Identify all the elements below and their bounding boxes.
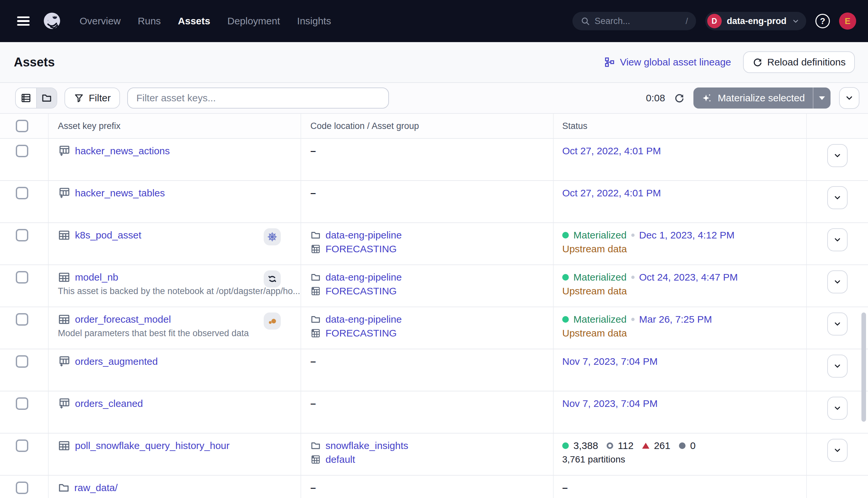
vertical-scrollbar-thumb[interactable]: [862, 313, 866, 422]
materialize-dropdown-toggle[interactable]: [813, 88, 830, 108]
table-row: hacker_news_actions – Oct 27, 2022, 4:01…: [0, 139, 868, 181]
table-row: raw_data/ – –: [0, 476, 868, 498]
select-all-checkbox[interactable]: [16, 120, 28, 132]
dagster-assets-page: Overview Runs Assets Deployment Insights…: [0, 0, 868, 498]
expand-row-button[interactable]: [827, 313, 847, 336]
separator-dot: [631, 234, 635, 237]
asset-group-icon: [310, 328, 321, 339]
expand-row-button[interactable]: [827, 228, 847, 251]
empty-value: –: [562, 482, 568, 494]
row-checkbox[interactable]: [16, 145, 28, 157]
asset-name-link[interactable]: hacker_news_actions: [75, 145, 170, 157]
refresh-timer: 0:08: [646, 92, 665, 104]
expand-row-button[interactable]: [827, 144, 847, 167]
search-input[interactable]: [595, 16, 681, 26]
folder-icon: [310, 230, 321, 240]
materialization-date-link[interactable]: Dec 1, 2023, 4:12 PM: [639, 230, 735, 241]
asset-group-link[interactable]: default: [325, 454, 355, 465]
view-global-asset-lineage-link[interactable]: View global asset lineage: [604, 56, 731, 68]
row-checkbox[interactable]: [16, 397, 28, 410]
refresh-icon[interactable]: [674, 92, 685, 104]
folder-view-toggle[interactable]: [36, 88, 56, 108]
code-location-link[interactable]: data-eng-pipeline: [325, 314, 402, 325]
expand-row-button[interactable]: [827, 355, 847, 378]
expand-row-button[interactable]: [827, 439, 847, 462]
materialization-date-link[interactable]: Oct 27, 2022, 4:01 PM: [562, 187, 661, 199]
nav-item-assets[interactable]: Assets: [178, 15, 210, 27]
asset-table-arrow-icon: [58, 145, 70, 157]
asset-folder-link[interactable]: raw_data/: [74, 482, 118, 494]
hamburger-menu-icon[interactable]: [17, 16, 30, 26]
workspace-switcher[interactable]: D data-eng-prod: [705, 12, 806, 30]
empty-value: –: [310, 356, 316, 367]
top-navbar: Overview Runs Assets Deployment Insights…: [0, 0, 868, 42]
filter-asset-keys-input[interactable]: [127, 88, 389, 108]
row-checkbox[interactable]: [16, 440, 28, 452]
asset-group-icon: [310, 454, 321, 465]
global-search[interactable]: /: [572, 12, 696, 30]
asset-name-link[interactable]: model_nb: [75, 272, 118, 283]
asset-group-link[interactable]: FORECASTING: [325, 244, 397, 254]
column-header-status: Status: [562, 121, 588, 131]
asset-name-link[interactable]: hacker_news_tables: [75, 187, 165, 199]
row-checkbox[interactable]: [16, 313, 28, 326]
reload-definitions-button[interactable]: Reload definitions: [743, 51, 855, 73]
user-avatar[interactable]: E: [839, 13, 856, 30]
asset-name-link[interactable]: k8s_pod_asset: [75, 230, 142, 241]
list-view-toggle[interactable]: [16, 88, 36, 108]
chevron-down-icon: [792, 17, 800, 25]
workspace-name: data-eng-prod: [727, 16, 787, 26]
table-row: k8s_pod_asset data-eng-pipeline FORECAST…: [0, 223, 868, 265]
nav-item-deployment[interactable]: Deployment: [227, 15, 280, 27]
expand-row-button[interactable]: [827, 271, 847, 293]
table-row: hacker_news_tables – Oct 27, 2022, 4:01 …: [0, 181, 868, 223]
asset-group-link[interactable]: FORECASTING: [325, 286, 397, 297]
column-header-code-location: Code location / Asset group: [310, 121, 419, 131]
asset-group-link[interactable]: FORECASTING: [325, 328, 397, 339]
folder-icon: [310, 314, 321, 325]
materialization-date-link[interactable]: Oct 27, 2022, 4:01 PM: [562, 145, 661, 157]
partitions-failed-count: 261: [654, 440, 670, 451]
materialize-selected-button[interactable]: Materialize selected: [693, 88, 830, 108]
dagster-logo-icon[interactable]: [41, 11, 63, 31]
expand-row-button[interactable]: [827, 397, 847, 420]
asset-name-link[interactable]: orders_cleaned: [75, 398, 143, 409]
asset-name-link[interactable]: orders_augmented: [75, 356, 158, 367]
partitions-materialized-dot: [562, 442, 569, 449]
row-checkbox[interactable]: [16, 229, 28, 241]
sparkle-icon: [701, 92, 712, 104]
partitions-missing-count: 0: [690, 440, 696, 451]
code-location-link[interactable]: data-eng-pipeline: [325, 230, 402, 241]
partitions-total-label: 3,761 partitions: [562, 453, 625, 467]
nav-item-insights[interactable]: Insights: [297, 15, 331, 27]
filter-button[interactable]: Filter: [65, 88, 120, 108]
bulk-actions-chevron-button[interactable]: [839, 87, 859, 109]
page-title: Assets: [14, 55, 55, 69]
empty-value: –: [310, 145, 316, 157]
asset-name-link[interactable]: poll_snowflake_query_history_hour: [75, 440, 229, 451]
materialization-date-link[interactable]: Nov 7, 2023, 7:04 PM: [562, 356, 657, 367]
asset-table-icon: [58, 440, 70, 452]
folder-icon: [310, 441, 321, 451]
materialization-date-link[interactable]: Mar 26, 7:25 PM: [639, 314, 712, 325]
materialization-date-link[interactable]: Nov 7, 2023, 7:04 PM: [562, 398, 657, 409]
materialized-label: Materialized: [573, 230, 627, 241]
asset-table-icon: [58, 313, 70, 326]
row-checkbox[interactable]: [16, 271, 28, 284]
row-checkbox[interactable]: [16, 355, 28, 368]
expand-row-button[interactable]: [827, 186, 847, 209]
list-view-icon: [21, 92, 31, 104]
code-location-link[interactable]: snowflake_insights: [325, 440, 408, 451]
materialization-date-link[interactable]: Oct 24, 2023, 4:47 PM: [639, 272, 738, 283]
row-checkbox[interactable]: [16, 482, 28, 494]
upstream-data-label: Upstream data: [562, 326, 627, 340]
code-location-link[interactable]: data-eng-pipeline: [325, 272, 402, 283]
row-checkbox[interactable]: [16, 187, 28, 199]
nav-item-overview[interactable]: Overview: [80, 15, 121, 27]
materialized-status-dot: [562, 232, 569, 238]
materialized-label: Materialized: [573, 272, 627, 283]
help-icon[interactable]: ?: [815, 14, 830, 28]
asset-name-link[interactable]: order_forecast_model: [75, 314, 171, 325]
nav-item-runs[interactable]: Runs: [138, 15, 161, 27]
asset-group-icon: [310, 286, 321, 296]
